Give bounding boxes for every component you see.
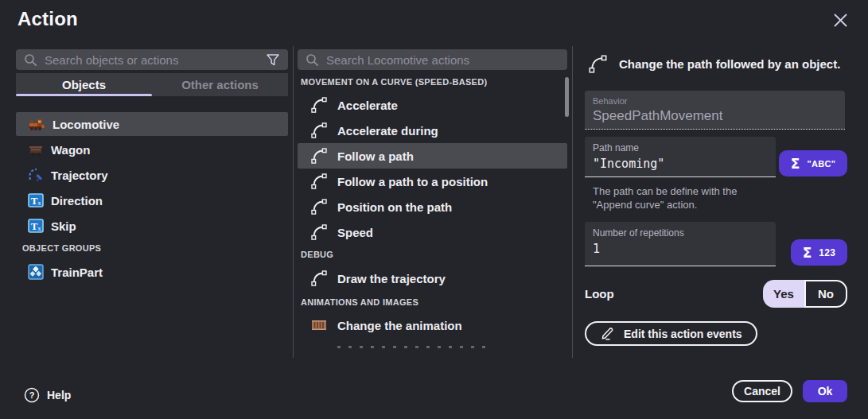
path-name-label: Path name xyxy=(593,142,768,153)
action-label: Accelerate during xyxy=(337,124,438,138)
page-title: Action xyxy=(18,8,78,30)
wagon-icon xyxy=(28,142,44,157)
path-name-row: Path name Σ "ABC" xyxy=(585,137,847,177)
action-detail-panel: Change the path followed by an object. B… xyxy=(585,49,847,361)
objects-panel: Objects Other actions Locomotive xyxy=(16,49,288,358)
behavior-field: Behavior SpeedPathMovement xyxy=(585,91,845,130)
path-name-input[interactable] xyxy=(593,157,768,171)
action-section-header: DEBUG xyxy=(301,250,567,259)
action-description-row: Change the path followed by an object. xyxy=(588,54,847,74)
path-name-field[interactable]: Path name xyxy=(585,137,776,177)
cancel-button[interactable]: Cancel xyxy=(732,380,792,402)
object-row-trajectory[interactable]: Trajectory xyxy=(16,163,288,187)
tab-objects[interactable]: Objects xyxy=(16,73,152,96)
object-label: Direction xyxy=(51,194,103,208)
sigma-icon: Σ xyxy=(791,156,800,172)
objects-search-input[interactable] xyxy=(45,53,259,67)
repetitions-row: Number of repetitions Σ 123 xyxy=(585,222,847,266)
action-row-position-on-the-path[interactable]: Position on the path xyxy=(298,194,567,219)
action-description: Change the path followed by an object. xyxy=(619,57,840,71)
object-row-locomotive[interactable]: Locomotive xyxy=(16,112,288,136)
curve-action-icon xyxy=(310,270,328,287)
loop-yes-button[interactable]: Yes xyxy=(763,280,804,308)
action-section-header: MOVEMENT ON A CURVE (SPEED-BASED) xyxy=(301,77,567,87)
action-label: Follow a path to a position xyxy=(337,175,488,188)
path-helper-text: The path can be define with the "Append … xyxy=(593,184,792,211)
repetitions-field[interactable]: Number of repetitions xyxy=(585,222,776,266)
loop-no-button[interactable]: No xyxy=(804,280,847,308)
divider-left-middle xyxy=(293,46,294,358)
tab-other-actions[interactable]: Other actions xyxy=(152,73,288,96)
close-icon[interactable] xyxy=(830,10,850,30)
filter-icon[interactable] xyxy=(266,52,280,67)
action-section-header: ANIMATIONS AND IMAGES xyxy=(301,297,567,307)
repetitions-label: Number of repetitions xyxy=(593,227,768,239)
svg-text:x: x xyxy=(38,225,41,232)
action-row-change-the-animation[interactable]: Change the animation xyxy=(298,312,567,338)
objects-tabbar: Objects Other actions xyxy=(16,73,288,96)
search-icon xyxy=(306,53,319,67)
action-label: Change the animation xyxy=(337,319,462,332)
trajectory-icon xyxy=(28,167,44,183)
action-row-accelerate[interactable]: Accelerate xyxy=(298,92,567,118)
divider-middle-right xyxy=(572,46,573,358)
sigma-icon: Σ xyxy=(803,245,812,261)
object-row-trainpart[interactable]: TrainPart xyxy=(16,260,288,284)
actions-scrollbar-thumb[interactable] xyxy=(565,77,569,117)
repetitions-input[interactable] xyxy=(593,242,768,256)
object-label: Locomotive xyxy=(53,118,119,131)
curve-action-icon xyxy=(310,147,328,165)
action-label: Position on the path xyxy=(337,200,452,214)
object-groups-header: OBJECT GROUPS xyxy=(22,243,288,253)
object-row-wagon[interactable]: Wagon xyxy=(16,138,288,161)
edit-button-label: Edit this action events xyxy=(624,328,742,340)
action-row-follow-a-path-to-a-position[interactable]: Follow a path to a position xyxy=(298,169,567,194)
pencil-icon xyxy=(600,326,615,341)
footer-buttons: Cancel Ok xyxy=(732,380,847,402)
ok-button[interactable]: Ok xyxy=(803,380,847,402)
action-label: Accelerate xyxy=(337,99,398,112)
help-icon: ? xyxy=(24,387,40,403)
object-label: Trajectory xyxy=(51,169,108,182)
actions-panel: MOVEMENT ON A CURVE (SPEED-BASED) Accele… xyxy=(298,49,567,358)
help-link[interactable]: ? Help xyxy=(24,387,71,403)
expression-builder-string-button[interactable]: Σ "ABC" xyxy=(779,150,847,177)
action-row-draw-the-trajectory[interactable]: Draw the trajectory xyxy=(298,266,567,291)
object-row-skip[interactable]: T x Skip xyxy=(16,214,288,238)
objects-list: Locomotive Wagon xyxy=(16,112,288,284)
curve-action-icon xyxy=(310,223,328,241)
actions-search[interactable] xyxy=(298,49,567,70)
object-label: Wagon xyxy=(51,143,90,157)
loop-label: Loop xyxy=(585,287,614,301)
objects-search[interactable] xyxy=(16,49,288,70)
loop-row: Loop Yes No xyxy=(585,280,847,308)
action-row-accelerate-during[interactable]: Accelerate during xyxy=(298,118,567,143)
object-label: Skip xyxy=(51,219,76,233)
curve-action-icon xyxy=(310,96,328,114)
active-tab-underline xyxy=(16,94,152,96)
svg-text:x: x xyxy=(38,200,41,207)
action-row-speed[interactable]: Speed xyxy=(298,219,567,245)
edit-action-events-button[interactable]: Edit this action events xyxy=(585,321,757,346)
object-row-direction[interactable]: T x Direction xyxy=(16,188,288,212)
expression-builder-number-button[interactable]: Σ 123 xyxy=(791,239,847,266)
film-animation-icon xyxy=(310,317,328,333)
svg-text:T: T xyxy=(31,220,38,232)
actions-search-input[interactable] xyxy=(326,53,559,67)
text-object-icon: T x xyxy=(28,218,44,234)
object-group-icon xyxy=(28,264,44,280)
help-label: Help xyxy=(47,389,71,402)
curve-action-icon xyxy=(310,198,328,215)
locomotive-icon xyxy=(28,116,45,132)
numbers-label: 123 xyxy=(819,247,835,258)
curve-action-icon xyxy=(310,122,328,139)
clipped-next-item xyxy=(337,346,488,348)
text-object-icon: T x xyxy=(28,192,44,208)
behavior-field-value: SpeedPathMovement xyxy=(593,108,837,124)
action-label: Draw the trajectory xyxy=(337,272,446,285)
svg-text:?: ? xyxy=(29,390,35,400)
curve-action-icon xyxy=(588,54,608,74)
action-label: Speed xyxy=(337,226,373,239)
action-row-follow-a-path[interactable]: Follow a path xyxy=(298,143,567,169)
curve-action-icon xyxy=(310,173,328,190)
